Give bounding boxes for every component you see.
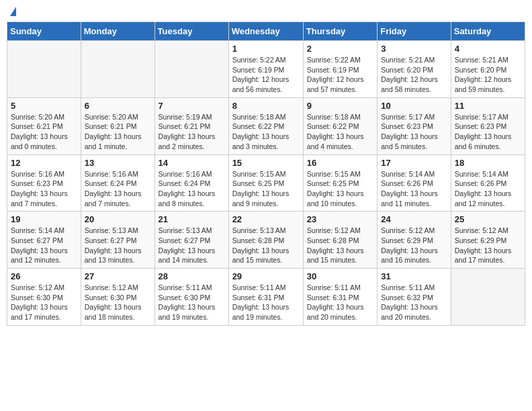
cell-info: Sunrise: 5:20 AM Sunset: 6:21 PM Dayligh… (85, 112, 151, 152)
day-number: 21 (159, 214, 225, 224)
day-number: 19 (11, 214, 77, 224)
calendar-cell: 13Sunrise: 5:16 AM Sunset: 6:24 PM Dayli… (81, 154, 154, 212)
day-of-week-header: Wednesday (228, 22, 303, 41)
day-number: 12 (11, 158, 77, 168)
cell-info: Sunrise: 5:21 AM Sunset: 6:20 PM Dayligh… (381, 55, 447, 95)
calendar-cell: 17Sunrise: 5:14 AM Sunset: 6:26 PM Dayli… (378, 154, 451, 212)
calendar-week-row: 5Sunrise: 5:20 AM Sunset: 6:21 PM Daylig… (7, 97, 525, 154)
calendar-cell: 11Sunrise: 5:17 AM Sunset: 6:23 PM Dayli… (451, 97, 525, 154)
cell-info: Sunrise: 5:15 AM Sunset: 6:25 PM Dayligh… (307, 169, 373, 209)
cell-info: Sunrise: 5:15 AM Sunset: 6:25 PM Dayligh… (232, 169, 300, 209)
cell-info: Sunrise: 5:17 AM Sunset: 6:23 PM Dayligh… (381, 112, 447, 152)
day-of-week-header: Tuesday (154, 22, 228, 41)
calendar-cell: 7Sunrise: 5:19 AM Sunset: 6:21 PM Daylig… (154, 97, 228, 154)
cell-info: Sunrise: 5:13 AM Sunset: 6:28 PM Dayligh… (232, 226, 300, 265)
calendar-cell: 23Sunrise: 5:12 AM Sunset: 6:28 PM Dayli… (303, 212, 377, 269)
day-number: 11 (455, 101, 521, 111)
day-of-week-header: Sunday (7, 22, 81, 41)
cell-info: Sunrise: 5:16 AM Sunset: 6:24 PM Dayligh… (85, 169, 151, 209)
cell-info: Sunrise: 5:12 AM Sunset: 6:30 PM Dayligh… (11, 283, 77, 322)
page-header (7, 7, 525, 16)
day-of-week-header: Saturday (451, 22, 525, 41)
day-number: 27 (85, 271, 151, 281)
calendar-cell: 9Sunrise: 5:18 AM Sunset: 6:22 PM Daylig… (303, 97, 377, 154)
calendar-cell: 15Sunrise: 5:15 AM Sunset: 6:25 PM Dayli… (228, 154, 303, 212)
cell-info: Sunrise: 5:14 AM Sunset: 6:27 PM Dayligh… (11, 226, 77, 265)
calendar-week-row: 12Sunrise: 5:16 AM Sunset: 6:23 PM Dayli… (7, 154, 525, 212)
day-number: 22 (232, 214, 300, 224)
logo-triangle-icon (10, 7, 16, 16)
cell-info: Sunrise: 5:13 AM Sunset: 6:27 PM Dayligh… (159, 226, 225, 265)
cell-info: Sunrise: 5:11 AM Sunset: 6:30 PM Dayligh… (159, 283, 225, 322)
cell-info: Sunrise: 5:12 AM Sunset: 6:29 PM Dayligh… (455, 226, 521, 265)
day-number: 6 (85, 101, 151, 111)
calendar-cell: 30Sunrise: 5:11 AM Sunset: 6:31 PM Dayli… (303, 269, 377, 326)
calendar-cell: 6Sunrise: 5:20 AM Sunset: 6:21 PM Daylig… (81, 97, 154, 154)
calendar-cell: 10Sunrise: 5:17 AM Sunset: 6:23 PM Dayli… (378, 97, 451, 154)
calendar-cell: 5Sunrise: 5:20 AM Sunset: 6:21 PM Daylig… (7, 97, 81, 154)
day-number: 25 (455, 214, 521, 224)
day-number: 4 (455, 44, 521, 54)
cell-info: Sunrise: 5:11 AM Sunset: 6:32 PM Dayligh… (381, 283, 447, 322)
cell-info: Sunrise: 5:22 AM Sunset: 6:19 PM Dayligh… (232, 55, 300, 95)
day-of-week-header: Thursday (303, 22, 377, 41)
calendar-cell: 12Sunrise: 5:16 AM Sunset: 6:23 PM Dayli… (7, 154, 81, 212)
calendar-cell (154, 41, 228, 98)
calendar-cell: 19Sunrise: 5:14 AM Sunset: 6:27 PM Dayli… (7, 212, 81, 269)
calendar-cell: 26Sunrise: 5:12 AM Sunset: 6:30 PM Dayli… (7, 269, 81, 326)
cell-info: Sunrise: 5:14 AM Sunset: 6:26 PM Dayligh… (381, 169, 447, 209)
day-number: 15 (232, 158, 300, 168)
calendar-cell: 22Sunrise: 5:13 AM Sunset: 6:28 PM Dayli… (228, 212, 303, 269)
calendar-cell: 31Sunrise: 5:11 AM Sunset: 6:32 PM Dayli… (378, 269, 451, 326)
calendar-cell: 21Sunrise: 5:13 AM Sunset: 6:27 PM Dayli… (154, 212, 228, 269)
calendar-cell: 25Sunrise: 5:12 AM Sunset: 6:29 PM Dayli… (451, 212, 525, 269)
calendar-week-row: 19Sunrise: 5:14 AM Sunset: 6:27 PM Dayli… (7, 212, 525, 269)
day-number: 7 (159, 101, 225, 111)
calendar-cell: 18Sunrise: 5:14 AM Sunset: 6:26 PM Dayli… (451, 154, 525, 212)
calendar-cell: 2Sunrise: 5:22 AM Sunset: 6:19 PM Daylig… (303, 41, 377, 98)
calendar-cell: 14Sunrise: 5:16 AM Sunset: 6:24 PM Dayli… (154, 154, 228, 212)
day-number: 3 (381, 44, 447, 54)
calendar-cell: 4Sunrise: 5:21 AM Sunset: 6:20 PM Daylig… (451, 41, 525, 98)
day-number: 24 (381, 214, 447, 224)
cell-info: Sunrise: 5:11 AM Sunset: 6:31 PM Dayligh… (232, 283, 300, 322)
cell-info: Sunrise: 5:12 AM Sunset: 6:30 PM Dayligh… (85, 283, 151, 322)
cell-info: Sunrise: 5:13 AM Sunset: 6:27 PM Dayligh… (85, 226, 151, 265)
day-number: 17 (381, 158, 447, 168)
calendar-header-row: SundayMondayTuesdayWednesdayThursdayFrid… (7, 22, 525, 41)
calendar-cell: 29Sunrise: 5:11 AM Sunset: 6:31 PM Dayli… (228, 269, 303, 326)
day-of-week-header: Friday (378, 22, 451, 41)
day-number: 8 (232, 101, 300, 111)
day-of-week-header: Monday (81, 22, 154, 41)
calendar-cell: 8Sunrise: 5:18 AM Sunset: 6:22 PM Daylig… (228, 97, 303, 154)
day-number: 28 (159, 271, 225, 281)
day-number: 23 (307, 214, 373, 224)
calendar-cell: 1Sunrise: 5:22 AM Sunset: 6:19 PM Daylig… (228, 41, 303, 98)
cell-info: Sunrise: 5:16 AM Sunset: 6:24 PM Dayligh… (159, 169, 225, 209)
day-number: 30 (307, 271, 373, 281)
cell-info: Sunrise: 5:21 AM Sunset: 6:20 PM Dayligh… (455, 55, 521, 95)
day-number: 5 (11, 101, 77, 111)
cell-info: Sunrise: 5:17 AM Sunset: 6:23 PM Dayligh… (455, 112, 521, 152)
cell-info: Sunrise: 5:12 AM Sunset: 6:28 PM Dayligh… (307, 226, 373, 265)
cell-info: Sunrise: 5:11 AM Sunset: 6:31 PM Dayligh… (307, 283, 373, 322)
cell-info: Sunrise: 5:16 AM Sunset: 6:23 PM Dayligh… (11, 169, 77, 209)
cell-info: Sunrise: 5:20 AM Sunset: 6:21 PM Dayligh… (11, 112, 77, 152)
day-number: 31 (381, 271, 447, 281)
logo (9, 7, 16, 16)
day-number: 13 (85, 158, 151, 168)
calendar-cell (81, 41, 154, 98)
day-number: 9 (307, 101, 373, 111)
calendar-cell: 27Sunrise: 5:12 AM Sunset: 6:30 PM Dayli… (81, 269, 154, 326)
cell-info: Sunrise: 5:18 AM Sunset: 6:22 PM Dayligh… (307, 112, 373, 152)
day-number: 26 (11, 271, 77, 281)
cell-info: Sunrise: 5:19 AM Sunset: 6:21 PM Dayligh… (159, 112, 225, 152)
day-number: 16 (307, 158, 373, 168)
calendar-week-row: 26Sunrise: 5:12 AM Sunset: 6:30 PM Dayli… (7, 269, 525, 326)
cell-info: Sunrise: 5:12 AM Sunset: 6:29 PM Dayligh… (381, 226, 447, 265)
calendar-cell (7, 41, 81, 98)
cell-info: Sunrise: 5:22 AM Sunset: 6:19 PM Dayligh… (307, 55, 373, 95)
cell-info: Sunrise: 5:18 AM Sunset: 6:22 PM Dayligh… (232, 112, 300, 152)
calendar-cell: 16Sunrise: 5:15 AM Sunset: 6:25 PM Dayli… (303, 154, 377, 212)
day-number: 29 (232, 271, 300, 281)
